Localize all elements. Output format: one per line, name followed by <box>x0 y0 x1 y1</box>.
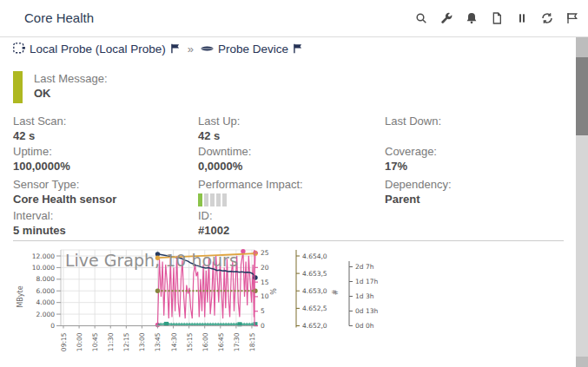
svg-text:4.653,5: 4.653,5 <box>302 270 327 278</box>
scrollbar-track[interactable] <box>576 37 588 367</box>
svg-text:10:45: 10:45 <box>91 332 99 351</box>
live-graph[interactable]: 09:1510:0010:4511:3012:1513:0013:4514:30… <box>0 243 573 367</box>
stat-last-scan: Last Scan: 42 s <box>13 114 187 143</box>
core-health-page: Core Health <box>0 0 588 367</box>
breadcrumb-label: Local Probe (Local Probe) <box>30 43 166 56</box>
header-toolbar <box>414 11 579 25</box>
svg-text:10.000: 10.000 <box>32 264 55 272</box>
svg-text:0: 0 <box>261 322 265 330</box>
stat-label: Dependency: <box>385 177 558 192</box>
page-title: Core Health <box>24 10 94 25</box>
scrollbar-segment-top <box>576 37 588 57</box>
stat-label: Last Up: <box>198 114 372 128</box>
document-icon[interactable] <box>490 11 504 25</box>
breadcrumb-label: Probe Device <box>218 43 288 56</box>
svg-text:15:15: 15:15 <box>186 332 194 351</box>
stat-label: Downtime: <box>198 144 372 159</box>
stat-coverage: Coverage: 17% <box>385 144 558 174</box>
wrench-icon[interactable] <box>439 11 453 25</box>
svg-text:15: 15 <box>261 279 269 286</box>
svg-text:2d 7h: 2d 7h <box>355 263 374 271</box>
svg-text:20: 20 <box>261 264 269 272</box>
scrollbar-thumb[interactable] <box>576 57 588 135</box>
stat-value: 5 minutes <box>13 223 187 238</box>
svg-text:0d 0h: 0d 0h <box>355 322 374 330</box>
priority-flag-icon <box>169 43 182 55</box>
stat-value: 100,0000% <box>13 159 187 174</box>
stat-value: Core Health sensor <box>13 192 187 206</box>
stat-uptime: Uptime: 100,0000% <box>13 144 187 174</box>
breadcrumb: Local Probe (Local Probe) » Probe Device <box>12 42 304 56</box>
svg-text:1d 17h: 1d 17h <box>355 278 378 285</box>
stat-dependency: Dependency: Parent <box>385 177 558 206</box>
stat-performance-impact: Performance Impact: <box>198 177 372 206</box>
svg-text:4.000: 4.000 <box>36 298 56 306</box>
stat-label: Last Down: <box>385 114 558 128</box>
svg-text:0: 0 <box>50 322 55 330</box>
stat-value: #1002 <box>198 223 372 238</box>
stat-downtime: Downtime: 0,0000% <box>198 144 372 174</box>
stat-value: 17% <box>385 159 558 174</box>
last-message-block: Last Message: OK <box>13 71 108 103</box>
last-message-label: Last Message: <box>34 71 108 86</box>
stat-last-down: Last Down: <box>385 114 558 128</box>
svg-text:#: # <box>332 289 340 295</box>
svg-text:09:15: 09:15 <box>60 332 68 351</box>
svg-text:1d 3h: 1d 3h <box>355 292 374 300</box>
stat-label: Performance Impact: <box>198 177 372 192</box>
breadcrumb-item-device[interactable]: Probe Device <box>200 43 304 56</box>
svg-text:MByte: MByte <box>17 285 24 307</box>
svg-text:16:00: 16:00 <box>202 332 209 351</box>
stat-id: ID: #1002 <box>198 208 372 238</box>
stat-value: 0,0000% <box>198 159 372 174</box>
stat-label: Uptime: <box>13 144 187 159</box>
breadcrumb-item-probe[interactable]: Local Probe (Local Probe) <box>12 42 182 56</box>
stat-label: Interval: <box>13 208 187 223</box>
refresh-icon[interactable] <box>540 11 554 25</box>
svg-text:13:00: 13:00 <box>138 332 146 351</box>
stat-value: 42 s <box>198 128 372 143</box>
probe-icon <box>12 42 26 56</box>
device-icon <box>200 43 215 55</box>
svg-text:5: 5 <box>261 307 265 315</box>
svg-text:14:30: 14:30 <box>170 332 178 351</box>
svg-text:10: 10 <box>261 292 269 300</box>
svg-text:16:45: 16:45 <box>217 332 225 351</box>
search-icon[interactable] <box>414 11 428 25</box>
svg-text:10:00: 10:00 <box>76 332 83 351</box>
svg-text:0d 13h: 0d 13h <box>355 307 378 315</box>
svg-text:12:15: 12:15 <box>122 332 130 351</box>
impact-segment <box>210 193 215 206</box>
breadcrumb-separator: » <box>188 43 194 56</box>
impact-segment <box>216 193 221 206</box>
last-message-value: OK <box>34 86 108 101</box>
impact-segment <box>198 193 202 206</box>
stat-label: Coverage: <box>385 144 558 159</box>
priority-flag-icon <box>292 43 304 55</box>
svg-text:25: 25 <box>261 249 269 257</box>
status-color-bar <box>13 71 23 103</box>
impact-segment <box>204 193 208 206</box>
svg-text:13:45: 13:45 <box>154 332 162 351</box>
svg-text:4.654,0: 4.654,0 <box>302 252 327 260</box>
scrollbar-segment-bottom <box>576 357 588 367</box>
stat-value: Parent <box>385 192 558 206</box>
page-header: Core Health <box>0 0 588 37</box>
stat-label: Sensor Type: <box>13 177 187 192</box>
stat-label: Last Scan: <box>13 114 187 128</box>
svg-text:17:30: 17:30 <box>233 332 241 351</box>
flag-icon[interactable] <box>565 11 579 25</box>
stat-last-up: Last Up: 42 s <box>198 114 372 143</box>
svg-text:2.000: 2.000 <box>36 311 56 318</box>
impact-segment <box>222 193 227 206</box>
stat-label: ID: <box>198 208 372 223</box>
svg-text:11:30: 11:30 <box>107 332 115 351</box>
svg-text:%: % <box>270 288 278 295</box>
svg-text:Live Graph, 10 hours: Live Graph, 10 hours <box>65 251 238 270</box>
svg-text:18:15: 18:15 <box>248 332 256 351</box>
svg-text:4.652,0: 4.652,0 <box>302 322 327 330</box>
bell-icon[interactable] <box>465 11 479 25</box>
svg-text:4.652,5: 4.652,5 <box>302 305 327 312</box>
pause-icon[interactable] <box>515 11 529 25</box>
svg-text:6.000: 6.000 <box>36 287 56 295</box>
